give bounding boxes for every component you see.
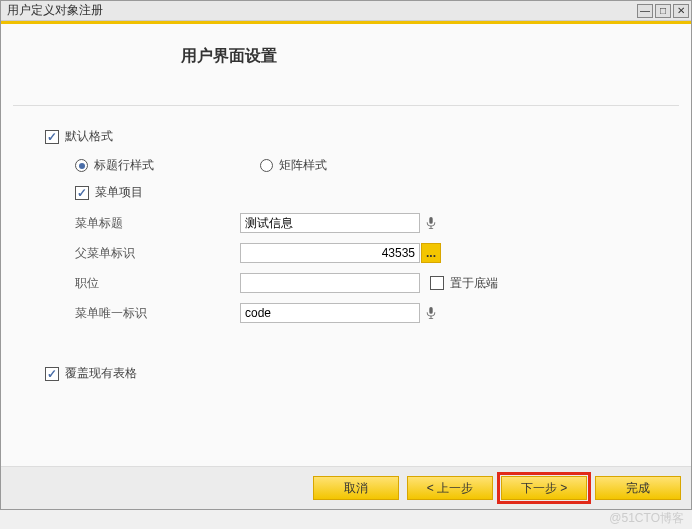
row-style-radio[interactable] xyxy=(75,159,88,172)
maximize-button[interactable]: □ xyxy=(655,4,671,18)
form-area: 默认格式 标题行样式 矩阵样式 菜单项目 菜单标题 xyxy=(1,106,691,323)
place-bottom-group: 置于底端 xyxy=(430,275,498,292)
browse-button[interactable]: ... xyxy=(421,243,441,263)
position-label: 职位 xyxy=(75,275,240,292)
overwrite-row: 覆盖现有表格 xyxy=(1,333,691,382)
minimize-button[interactable]: — xyxy=(637,4,653,18)
finish-button[interactable]: 完成 xyxy=(595,476,681,500)
titlebar: 用户定义对象注册 — □ ✕ xyxy=(1,1,691,21)
next-button[interactable]: 下一步 > xyxy=(501,476,587,500)
titlebar-controls: — □ ✕ xyxy=(637,4,691,18)
voice-icon[interactable] xyxy=(424,306,438,320)
prev-button[interactable]: < 上一步 xyxy=(407,476,493,500)
menu-title-input[interactable] xyxy=(240,213,420,233)
watermark: @51CTO博客 xyxy=(609,510,684,527)
matrix-style-label: 矩阵样式 xyxy=(279,157,327,174)
section-title: 用户界面设置 xyxy=(1,24,691,67)
row-style-option: 标题行样式 xyxy=(75,157,260,174)
position-row: 职位 置于底端 xyxy=(45,273,647,293)
menu-item-row: 菜单项目 xyxy=(45,184,647,201)
style-radio-row: 标题行样式 矩阵样式 xyxy=(45,157,647,174)
menu-title-row: 菜单标题 xyxy=(45,213,647,233)
overwrite-checkbox[interactable] xyxy=(45,367,59,381)
content-area: 用户界面设置 默认格式 标题行样式 矩阵样式 菜单项目 xyxy=(1,24,691,466)
menu-unique-id-input[interactable] xyxy=(240,303,420,323)
menu-title-label: 菜单标题 xyxy=(75,215,240,232)
default-format-label: 默认格式 xyxy=(65,128,113,145)
close-button[interactable]: ✕ xyxy=(673,4,689,18)
menu-unique-id-label: 菜单唯一标识 xyxy=(75,305,240,322)
matrix-style-option: 矩阵样式 xyxy=(260,157,445,174)
matrix-style-radio[interactable] xyxy=(260,159,273,172)
place-bottom-checkbox[interactable] xyxy=(430,276,444,290)
menu-item-label: 菜单项目 xyxy=(95,184,143,201)
dialog-window: 用户定义对象注册 — □ ✕ 用户界面设置 默认格式 标题行样式 矩阵样式 xyxy=(0,0,692,510)
parent-menu-id-label: 父菜单标识 xyxy=(75,245,240,262)
row-style-label: 标题行样式 xyxy=(94,157,154,174)
button-bar: 取消 < 上一步 下一步 > 完成 xyxy=(1,466,691,509)
cancel-button[interactable]: 取消 xyxy=(313,476,399,500)
overwrite-label: 覆盖现有表格 xyxy=(65,365,137,382)
position-input[interactable] xyxy=(240,273,420,293)
parent-menu-id-input[interactable] xyxy=(240,243,420,263)
menu-item-checkbox[interactable] xyxy=(75,186,89,200)
parent-menu-id-row: 父菜单标识 ... xyxy=(45,243,647,263)
default-format-row: 默认格式 xyxy=(45,128,647,145)
menu-unique-id-row: 菜单唯一标识 xyxy=(45,303,647,323)
place-bottom-label: 置于底端 xyxy=(450,275,498,292)
window-title: 用户定义对象注册 xyxy=(7,2,637,19)
default-format-checkbox[interactable] xyxy=(45,130,59,144)
voice-icon[interactable] xyxy=(424,216,438,230)
